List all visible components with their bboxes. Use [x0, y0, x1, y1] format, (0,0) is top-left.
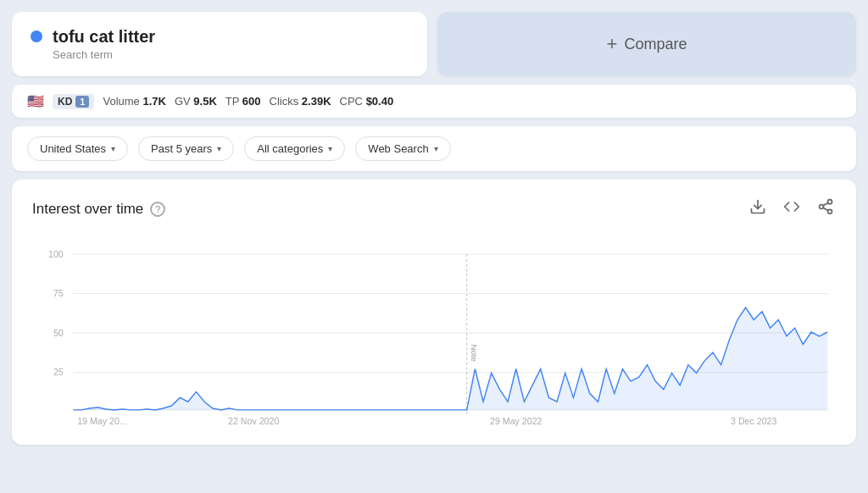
interest-chart: 100 75 50 25 Note 19 May 20... 22 Nov 20…: [32, 235, 836, 429]
note-label: Note: [470, 345, 479, 362]
y-label-25: 25: [53, 367, 64, 377]
code-button[interactable]: [782, 197, 802, 221]
top-row: tofu cat litter Search term + Compare: [12, 12, 856, 76]
help-icon[interactable]: ?: [150, 202, 165, 217]
source-filter-label: Web Search: [368, 142, 428, 155]
svg-line-4: [823, 208, 828, 210]
volume-metric: Volume 1.7K: [103, 95, 165, 108]
y-label-100: 100: [48, 249, 64, 259]
categories-filter[interactable]: All categories ▾: [244, 136, 345, 161]
filter-card: United States ▾ Past 5 years ▾ All categ…: [12, 126, 856, 171]
y-label-50: 50: [53, 328, 64, 338]
share-button[interactable]: [815, 197, 836, 221]
chart-card: Interest over time ?: [12, 180, 856, 445]
svg-line-5: [823, 202, 828, 205]
clicks-metric: Clicks 2.39K: [270, 95, 331, 108]
x-label-2: 22 Nov 2020: [228, 416, 279, 426]
kd-badge: KD 1: [53, 94, 94, 109]
search-term: tofu cat litter: [53, 27, 155, 47]
location-chevron-icon: ▾: [111, 144, 115, 153]
compare-plus-icon: +: [607, 33, 618, 55]
compare-label: Compare: [624, 36, 687, 53]
chart-header: Interest over time ?: [32, 197, 836, 221]
flag-icon: 🇺🇸: [27, 93, 44, 109]
period-chevron-icon: ▾: [217, 144, 221, 153]
term-dot: [31, 30, 42, 42]
location-filter-label: United States: [40, 142, 106, 155]
compare-card[interactable]: + Compare: [437, 12, 856, 76]
tp-metric: TP 600: [225, 95, 261, 108]
chart-container: 100 75 50 25 Note 19 May 20... 22 Nov 20…: [32, 235, 836, 433]
period-filter-label: Past 5 years: [151, 142, 212, 155]
gv-metric: GV 9.5K: [175, 95, 217, 108]
chart-title: Interest over time: [32, 201, 143, 218]
cpc-metric: CPC $0.40: [340, 95, 394, 108]
x-label-1: 19 May 20...: [77, 416, 126, 426]
chart-actions: [748, 197, 836, 221]
search-term-label: Search term: [53, 48, 155, 61]
kd-label: KD: [58, 96, 72, 108]
categories-filter-label: All categories: [257, 142, 323, 155]
location-filter[interactable]: United States ▾: [27, 136, 128, 161]
source-filter[interactable]: Web Search ▾: [355, 136, 450, 161]
download-button[interactable]: [748, 197, 768, 221]
period-filter[interactable]: Past 5 years ▾: [138, 136, 234, 161]
kd-value: 1: [75, 96, 89, 108]
search-card: tofu cat litter Search term: [12, 12, 427, 76]
x-label-3: 29 May 2022: [490, 416, 542, 426]
source-chevron-icon: ▾: [434, 144, 438, 153]
x-label-4: 3 Dec 2023: [731, 416, 776, 426]
metrics-card: 🇺🇸 KD 1 Volume 1.7K GV 9.5K TP 600 Click…: [12, 85, 856, 118]
y-label-75: 75: [53, 288, 64, 298]
categories-chevron-icon: ▾: [328, 144, 332, 153]
